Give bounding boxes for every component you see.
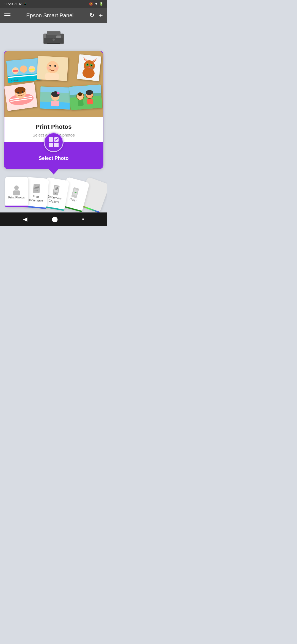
status-bar: 11:29 ⚠ ⚙ 📱 🔕 ▼ 🔋	[0, 0, 107, 8]
print-photos-accent	[5, 206, 28, 207]
select-photo-circle-button[interactable]	[44, 132, 64, 152]
svg-rect-65	[87, 99, 93, 104]
action-area: Select Photo	[4, 142, 103, 168]
svg-point-71	[14, 185, 19, 190]
svg-rect-1	[47, 31, 61, 35]
print-photos-card-label: Print Photos	[8, 195, 25, 199]
status-time: 11:29	[4, 2, 13, 6]
settings-status-icon: ⚙	[19, 2, 22, 6]
mobile-scan-icon	[51, 184, 61, 196]
svg-rect-61	[78, 100, 84, 106]
photo-collage: Pool kids	[4, 51, 103, 117]
svg-rect-4	[56, 36, 61, 38]
svg-rect-70	[54, 143, 59, 147]
photo-girl-lying	[4, 82, 38, 111]
svg-rect-72	[13, 190, 20, 195]
bottom-card-strip: Print Photos Print Documents Document Ca…	[0, 174, 107, 212]
document-icon	[31, 183, 41, 195]
navbar-actions: ↻ +	[89, 11, 103, 20]
svg-rect-5	[44, 34, 46, 38]
nav-bottom-bar: ◀ ⬤ ▪	[0, 212, 107, 226]
status-icons-right: 🔕 ▼ 🔋	[89, 2, 103, 6]
printer-image	[41, 28, 66, 47]
svg-rect-55	[51, 100, 59, 106]
down-triangle	[48, 168, 59, 174]
strip-card-print-photos[interactable]: Print Photos	[5, 177, 28, 207]
arrow-indicator	[0, 168, 107, 174]
photo-kids-pool: Pool kids	[6, 58, 41, 83]
add-button[interactable]: +	[99, 11, 103, 20]
battery-icon: 🔋	[99, 2, 103, 6]
person-icon	[12, 184, 21, 195]
main-card: Pool kids	[4, 51, 103, 169]
select-photo-label[interactable]: Select Photo	[38, 155, 68, 161]
svg-rect-69	[49, 143, 53, 147]
app-title: Epson Smart Panel	[26, 12, 73, 19]
warning-icon: ⚠	[14, 2, 17, 6]
mute-icon: 🔕	[89, 2, 93, 6]
svg-point-6	[53, 39, 55, 41]
scan-icon	[70, 186, 80, 199]
photo-girl-pool	[40, 86, 71, 110]
wifi-icon: ▼	[95, 2, 98, 6]
recent-apps-button[interactable]: ▪	[82, 216, 84, 222]
svg-rect-22	[45, 73, 59, 81]
back-button[interactable]: ◀	[23, 216, 27, 222]
hamburger-menu-button[interactable]	[4, 13, 10, 17]
home-button[interactable]: ⬤	[52, 216, 58, 222]
printer-area	[0, 23, 107, 51]
navbar: Epson Smart Panel ↻ +	[0, 8, 107, 23]
photo-baby	[37, 56, 68, 81]
print-docs-card-label: Print Documents	[25, 193, 46, 203]
card-title: Print Photos	[10, 123, 97, 130]
phone-status-icon: 📱	[23, 2, 27, 6]
photo-kitten	[77, 54, 101, 81]
status-left: 11:29 ⚠ ⚙ 📱	[4, 2, 27, 6]
refresh-button[interactable]: ↻	[89, 12, 94, 19]
photo-two-kids	[69, 84, 102, 110]
svg-rect-67	[49, 137, 53, 142]
